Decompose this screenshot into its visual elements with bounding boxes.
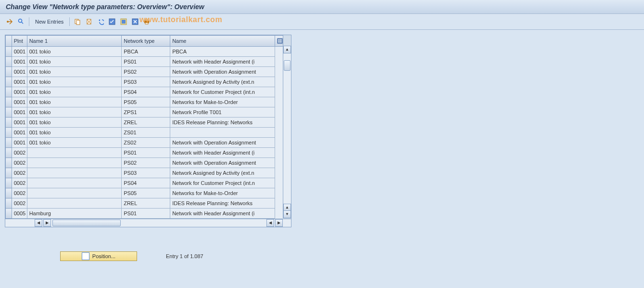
cell-name1[interactable] (27, 198, 122, 209)
cell-name[interactable]: Network with Operation Assignment (170, 158, 275, 168)
cell-name1[interactable]: 001 tokio (27, 138, 122, 148)
table-row[interactable]: 0005HamburgPS01Network with Header Assig… (6, 209, 283, 219)
cell-name1[interactable]: 001 tokio (27, 128, 122, 138)
cell-ntype[interactable]: PS02 (122, 67, 170, 77)
vertical-scrollbar[interactable]: ▲ ▲ ▼ (283, 46, 291, 218)
cell-ntype[interactable]: ZS02 (122, 138, 170, 148)
cell-plnt[interactable]: 0002 (12, 168, 27, 178)
cell-name1[interactable]: 001 tokio (27, 97, 122, 107)
table-row[interactable]: 0002PS05Networks for Make-to-Order (6, 188, 283, 198)
copy-icon[interactable] (73, 17, 82, 26)
cell-name[interactable]: Network for Customer Project (int.n (170, 178, 275, 188)
table-row[interactable]: 0002PS01Network with Header Assignment (… (6, 148, 283, 158)
delete-icon[interactable] (84, 17, 94, 26)
row-selector[interactable] (6, 118, 12, 128)
cell-name1[interactable]: 001 tokio (27, 77, 122, 87)
cell-ntype[interactable]: ZREL (122, 118, 170, 128)
cell-plnt[interactable]: 0001 (12, 107, 27, 118)
table-row[interactable]: 0001001 tokioZPS1Network Profile T001 (6, 107, 283, 118)
cell-plnt[interactable]: 0001 (12, 128, 27, 138)
row-selector[interactable] (6, 158, 12, 168)
row-selector[interactable] (6, 209, 12, 219)
new-entries-button[interactable]: New Entries (32, 18, 66, 26)
cell-plnt[interactable]: 0001 (12, 77, 27, 87)
cell-name[interactable]: Network Profile T001 (170, 107, 275, 118)
table-row[interactable]: 0002PS04Network for Customer Project (in… (6, 178, 283, 188)
row-selector[interactable] (6, 178, 12, 188)
cell-plnt[interactable]: 0001 (12, 67, 27, 77)
cell-plnt[interactable]: 0002 (12, 178, 27, 188)
row-selector[interactable] (6, 198, 12, 209)
deselect-all-icon[interactable] (130, 17, 140, 26)
horizontal-scrollbar[interactable]: ◀ ▶ ◀ ▶ (5, 219, 291, 227)
cell-name[interactable] (170, 128, 275, 138)
col-header-network-type[interactable]: Network type (122, 36, 170, 47)
find-icon[interactable] (16, 17, 26, 26)
cell-plnt[interactable]: 0005 (12, 209, 27, 219)
table-row[interactable]: 0002ZRELIDES Release Planning: Networks (6, 198, 283, 209)
cell-plnt[interactable]: 0001 (12, 47, 27, 57)
cell-name1[interactable] (27, 158, 122, 168)
hscroll-track[interactable] (51, 220, 266, 226)
table-row[interactable]: 0001001 tokioPS01Network with Header Ass… (6, 57, 283, 67)
scroll-up-icon[interactable]: ▲ (283, 46, 291, 53)
cell-plnt[interactable]: 0001 (12, 57, 27, 67)
cell-plnt[interactable]: 0001 (12, 118, 27, 128)
cell-name1[interactable]: 001 tokio (27, 67, 122, 77)
cell-ntype[interactable]: PS03 (122, 77, 170, 87)
cell-name[interactable]: Network with Header Assignment (i (170, 57, 275, 67)
cell-ntype[interactable]: PS05 (122, 97, 170, 107)
cell-ntype[interactable]: ZS01 (122, 128, 170, 138)
row-selector[interactable] (6, 148, 12, 158)
cell-name[interactable]: IDES Release Planning: Networks (170, 118, 275, 128)
row-selector[interactable] (6, 168, 12, 178)
scroll-down2-icon[interactable]: ▼ (283, 210, 291, 218)
cell-name[interactable]: Network with Header Assignment (i (170, 209, 275, 219)
select-all-corner[interactable] (6, 36, 12, 47)
cell-plnt[interactable]: 0001 (12, 87, 27, 97)
cell-name1[interactable] (27, 178, 122, 188)
cell-ntype[interactable]: ZPS1 (122, 107, 170, 118)
row-selector[interactable] (6, 47, 12, 57)
cell-plnt[interactable]: 0001 (12, 138, 27, 148)
cell-name1[interactable]: 001 tokio (27, 107, 122, 118)
row-selector[interactable] (6, 67, 12, 77)
cell-ntype[interactable]: PS04 (122, 178, 170, 188)
cell-name[interactable]: Network with Operation Assignment (170, 67, 275, 77)
cell-name[interactable]: Networks for Make-to-Order (170, 188, 275, 198)
cell-name[interactable]: IDES Release Planning: Networks (170, 198, 275, 209)
row-selector[interactable] (6, 107, 12, 118)
cell-ntype[interactable]: PS01 (122, 148, 170, 158)
hscroll-left2-icon[interactable]: ◀ (266, 219, 274, 227)
cell-ntype[interactable]: PBCA (122, 47, 170, 57)
cell-name[interactable]: Network for Customer Project (int.n (170, 87, 275, 97)
cell-ntype[interactable]: PS04 (122, 87, 170, 97)
cell-ntype[interactable]: ZREL (122, 198, 170, 209)
table-row[interactable]: 0002PS03Network Assigned by Activity (ex… (6, 168, 283, 178)
select-all-icon[interactable] (107, 17, 117, 26)
cell-ntype[interactable]: PS02 (122, 158, 170, 168)
col-header-name[interactable]: Name (170, 36, 275, 47)
table-row[interactable]: 0001001 tokioPS02Network with Operation … (6, 67, 283, 77)
cell-name[interactable]: Network with Header Assignment (i (170, 148, 275, 158)
hscroll-right-icon[interactable]: ▶ (43, 219, 51, 227)
cell-name1[interactable]: 001 tokio (27, 57, 122, 67)
table-row[interactable]: 0001001 tokioPS05Networks for Make-to-Or… (6, 97, 283, 107)
select-block-icon[interactable] (119, 17, 128, 26)
hscroll-right2-icon[interactable]: ▶ (275, 219, 283, 227)
cell-name1[interactable]: 001 tokio (27, 47, 122, 57)
table-settings-icon[interactable] (275, 36, 283, 47)
row-selector[interactable] (6, 57, 12, 67)
hscroll-thumb[interactable] (52, 220, 121, 226)
cell-plnt[interactable]: 0002 (12, 158, 27, 168)
scroll-thumb[interactable] (284, 60, 290, 71)
cell-name1[interactable]: Hamburg (27, 209, 122, 219)
cell-ntype[interactable]: PS01 (122, 57, 170, 67)
undo-icon[interactable] (96, 17, 105, 26)
cell-name[interactable]: Network Assigned by Activity (ext.n (170, 77, 275, 87)
table-row[interactable]: 0001001 tokioZS01 (6, 128, 283, 138)
row-selector[interactable] (6, 128, 12, 138)
cell-name1[interactable]: 001 tokio (27, 87, 122, 97)
col-header-name1[interactable]: Name 1 (27, 36, 122, 47)
table-row[interactable]: 0001001 tokioPS03Network Assigned by Act… (6, 77, 283, 87)
